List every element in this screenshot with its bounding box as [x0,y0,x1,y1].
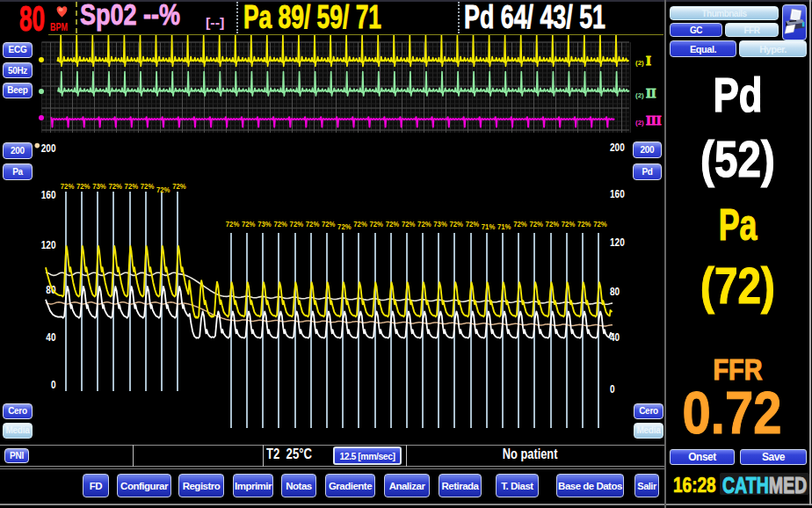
svg-text:72%: 72% [273,220,287,229]
svg-text:72%: 72% [226,220,240,229]
svg-text:72%: 72% [513,220,527,229]
svg-text:72%: 72% [529,220,543,229]
svg-text:72%: 72% [172,182,186,191]
svg-text:71%: 71% [497,222,511,231]
svg-text:72%: 72% [156,185,170,194]
svg-text:72%: 72% [593,220,607,229]
svg-text:73%: 73% [433,220,447,229]
svg-text:40: 40 [46,331,55,344]
svg-text:72%: 72% [290,220,304,229]
svg-text:0: 0 [51,379,56,391]
svg-text:73%: 73% [92,182,106,191]
svg-text:72%: 72% [417,220,431,229]
svg-text:72%: 72% [353,220,367,229]
svg-text:73%: 73% [257,220,272,229]
svg-text:72%: 72% [402,220,416,229]
svg-text:72%: 72% [306,220,320,229]
svg-text:72%: 72% [386,220,400,229]
svg-text:80: 80 [610,286,620,298]
svg-text:72%: 72% [450,220,464,229]
svg-text:72%: 72% [370,220,384,229]
svg-text:72%: 72% [577,220,591,229]
svg-text:0: 0 [610,383,615,396]
svg-text:200: 200 [41,142,56,155]
svg-text:72%: 72% [322,220,336,229]
svg-text:120: 120 [41,239,56,251]
svg-text:72%: 72% [76,182,91,191]
svg-text:160: 160 [41,189,56,201]
svg-text:72%: 72% [546,220,560,229]
svg-text:120: 120 [610,236,625,249]
svg-text:72%: 72% [337,222,352,231]
svg-text:160: 160 [610,188,625,200]
svg-text:72%: 72% [141,182,155,191]
svg-text:72%: 72% [125,182,139,191]
svg-text:200: 200 [610,142,625,154]
svg-text:72%: 72% [242,220,256,229]
svg-text:72%: 72% [562,220,576,229]
svg-text:72%: 72% [61,182,75,191]
svg-text:72%: 72% [466,220,480,229]
svg-text:71%: 71% [482,222,496,231]
svg-text:72%: 72% [108,182,121,191]
